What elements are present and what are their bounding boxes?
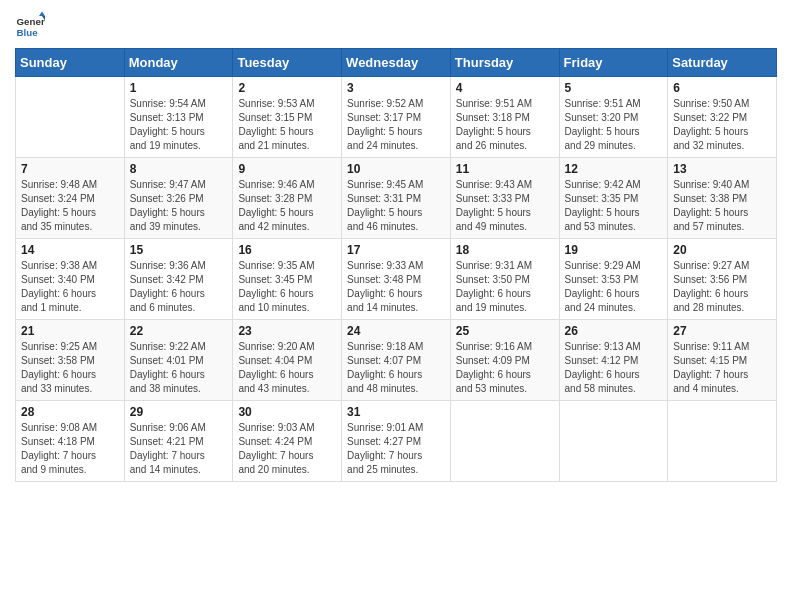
day-info: Sunrise: 9:45 AM Sunset: 3:31 PM Dayligh… <box>347 178 445 234</box>
calendar-cell <box>559 401 668 482</box>
day-info: Sunrise: 9:33 AM Sunset: 3:48 PM Dayligh… <box>347 259 445 315</box>
svg-text:Blue: Blue <box>17 27 39 38</box>
day-number: 3 <box>347 81 445 95</box>
day-info: Sunrise: 9:08 AM Sunset: 4:18 PM Dayligh… <box>21 421 119 477</box>
day-info: Sunrise: 9:29 AM Sunset: 3:53 PM Dayligh… <box>565 259 663 315</box>
day-info: Sunrise: 9:22 AM Sunset: 4:01 PM Dayligh… <box>130 340 228 396</box>
calendar-table: SundayMondayTuesdayWednesdayThursdayFrid… <box>15 48 777 482</box>
day-number: 24 <box>347 324 445 338</box>
day-number: 8 <box>130 162 228 176</box>
day-info: Sunrise: 9:50 AM Sunset: 3:22 PM Dayligh… <box>673 97 771 153</box>
calendar-header-saturday: Saturday <box>668 49 777 77</box>
day-number: 28 <box>21 405 119 419</box>
calendar-cell: 14Sunrise: 9:38 AM Sunset: 3:40 PM Dayli… <box>16 239 125 320</box>
day-info: Sunrise: 9:20 AM Sunset: 4:04 PM Dayligh… <box>238 340 336 396</box>
calendar-cell: 27Sunrise: 9:11 AM Sunset: 4:15 PM Dayli… <box>668 320 777 401</box>
day-info: Sunrise: 9:53 AM Sunset: 3:15 PM Dayligh… <box>238 97 336 153</box>
day-number: 15 <box>130 243 228 257</box>
day-info: Sunrise: 9:25 AM Sunset: 3:58 PM Dayligh… <box>21 340 119 396</box>
calendar-cell: 22Sunrise: 9:22 AM Sunset: 4:01 PM Dayli… <box>124 320 233 401</box>
day-info: Sunrise: 9:13 AM Sunset: 4:12 PM Dayligh… <box>565 340 663 396</box>
calendar-header-wednesday: Wednesday <box>342 49 451 77</box>
calendar-header-sunday: Sunday <box>16 49 125 77</box>
day-info: Sunrise: 9:16 AM Sunset: 4:09 PM Dayligh… <box>456 340 554 396</box>
calendar-header-row: SundayMondayTuesdayWednesdayThursdayFrid… <box>16 49 777 77</box>
calendar-cell <box>16 77 125 158</box>
day-number: 9 <box>238 162 336 176</box>
day-number: 27 <box>673 324 771 338</box>
day-info: Sunrise: 9:38 AM Sunset: 3:40 PM Dayligh… <box>21 259 119 315</box>
calendar-week-row: 21Sunrise: 9:25 AM Sunset: 3:58 PM Dayli… <box>16 320 777 401</box>
day-info: Sunrise: 9:40 AM Sunset: 3:38 PM Dayligh… <box>673 178 771 234</box>
calendar-week-row: 28Sunrise: 9:08 AM Sunset: 4:18 PM Dayli… <box>16 401 777 482</box>
day-info: Sunrise: 9:42 AM Sunset: 3:35 PM Dayligh… <box>565 178 663 234</box>
calendar-cell: 17Sunrise: 9:33 AM Sunset: 3:48 PM Dayli… <box>342 239 451 320</box>
logo: General Blue <box>15 10 45 40</box>
calendar-cell: 23Sunrise: 9:20 AM Sunset: 4:04 PM Dayli… <box>233 320 342 401</box>
day-number: 18 <box>456 243 554 257</box>
day-info: Sunrise: 9:51 AM Sunset: 3:20 PM Dayligh… <box>565 97 663 153</box>
calendar-cell: 30Sunrise: 9:03 AM Sunset: 4:24 PM Dayli… <box>233 401 342 482</box>
day-number: 10 <box>347 162 445 176</box>
logo-icon: General Blue <box>15 10 45 40</box>
day-info: Sunrise: 9:54 AM Sunset: 3:13 PM Dayligh… <box>130 97 228 153</box>
calendar-header-thursday: Thursday <box>450 49 559 77</box>
day-info: Sunrise: 9:46 AM Sunset: 3:28 PM Dayligh… <box>238 178 336 234</box>
day-number: 17 <box>347 243 445 257</box>
calendar-cell: 9Sunrise: 9:46 AM Sunset: 3:28 PM Daylig… <box>233 158 342 239</box>
calendar-cell: 7Sunrise: 9:48 AM Sunset: 3:24 PM Daylig… <box>16 158 125 239</box>
calendar-cell: 5Sunrise: 9:51 AM Sunset: 3:20 PM Daylig… <box>559 77 668 158</box>
day-number: 26 <box>565 324 663 338</box>
day-number: 29 <box>130 405 228 419</box>
calendar-cell: 2Sunrise: 9:53 AM Sunset: 3:15 PM Daylig… <box>233 77 342 158</box>
day-number: 13 <box>673 162 771 176</box>
day-info: Sunrise: 9:18 AM Sunset: 4:07 PM Dayligh… <box>347 340 445 396</box>
day-info: Sunrise: 9:03 AM Sunset: 4:24 PM Dayligh… <box>238 421 336 477</box>
day-info: Sunrise: 9:27 AM Sunset: 3:56 PM Dayligh… <box>673 259 771 315</box>
day-number: 1 <box>130 81 228 95</box>
day-number: 2 <box>238 81 336 95</box>
calendar-cell: 26Sunrise: 9:13 AM Sunset: 4:12 PM Dayli… <box>559 320 668 401</box>
day-number: 23 <box>238 324 336 338</box>
calendar-cell: 20Sunrise: 9:27 AM Sunset: 3:56 PM Dayli… <box>668 239 777 320</box>
calendar-cell: 18Sunrise: 9:31 AM Sunset: 3:50 PM Dayli… <box>450 239 559 320</box>
calendar-header-tuesday: Tuesday <box>233 49 342 77</box>
day-number: 25 <box>456 324 554 338</box>
calendar-cell: 10Sunrise: 9:45 AM Sunset: 3:31 PM Dayli… <box>342 158 451 239</box>
day-number: 20 <box>673 243 771 257</box>
day-info: Sunrise: 9:31 AM Sunset: 3:50 PM Dayligh… <box>456 259 554 315</box>
day-info: Sunrise: 9:06 AM Sunset: 4:21 PM Dayligh… <box>130 421 228 477</box>
day-number: 21 <box>21 324 119 338</box>
calendar-header-friday: Friday <box>559 49 668 77</box>
calendar-cell: 6Sunrise: 9:50 AM Sunset: 3:22 PM Daylig… <box>668 77 777 158</box>
calendar-cell: 25Sunrise: 9:16 AM Sunset: 4:09 PM Dayli… <box>450 320 559 401</box>
page-header: General Blue <box>15 10 777 40</box>
day-number: 19 <box>565 243 663 257</box>
calendar-cell: 1Sunrise: 9:54 AM Sunset: 3:13 PM Daylig… <box>124 77 233 158</box>
calendar-week-row: 1Sunrise: 9:54 AM Sunset: 3:13 PM Daylig… <box>16 77 777 158</box>
day-number: 30 <box>238 405 336 419</box>
day-number: 6 <box>673 81 771 95</box>
day-info: Sunrise: 9:52 AM Sunset: 3:17 PM Dayligh… <box>347 97 445 153</box>
day-info: Sunrise: 9:36 AM Sunset: 3:42 PM Dayligh… <box>130 259 228 315</box>
svg-text:General: General <box>17 16 46 27</box>
calendar-cell: 24Sunrise: 9:18 AM Sunset: 4:07 PM Dayli… <box>342 320 451 401</box>
day-number: 14 <box>21 243 119 257</box>
calendar-cell: 16Sunrise: 9:35 AM Sunset: 3:45 PM Dayli… <box>233 239 342 320</box>
calendar-week-row: 14Sunrise: 9:38 AM Sunset: 3:40 PM Dayli… <box>16 239 777 320</box>
calendar-cell: 29Sunrise: 9:06 AM Sunset: 4:21 PM Dayli… <box>124 401 233 482</box>
day-number: 16 <box>238 243 336 257</box>
day-info: Sunrise: 9:11 AM Sunset: 4:15 PM Dayligh… <box>673 340 771 396</box>
calendar-cell: 13Sunrise: 9:40 AM Sunset: 3:38 PM Dayli… <box>668 158 777 239</box>
day-number: 4 <box>456 81 554 95</box>
day-info: Sunrise: 9:51 AM Sunset: 3:18 PM Dayligh… <box>456 97 554 153</box>
calendar-cell: 3Sunrise: 9:52 AM Sunset: 3:17 PM Daylig… <box>342 77 451 158</box>
calendar-cell: 31Sunrise: 9:01 AM Sunset: 4:27 PM Dayli… <box>342 401 451 482</box>
day-number: 31 <box>347 405 445 419</box>
calendar-cell: 19Sunrise: 9:29 AM Sunset: 3:53 PM Dayli… <box>559 239 668 320</box>
day-number: 7 <box>21 162 119 176</box>
calendar-cell: 28Sunrise: 9:08 AM Sunset: 4:18 PM Dayli… <box>16 401 125 482</box>
calendar-cell: 12Sunrise: 9:42 AM Sunset: 3:35 PM Dayli… <box>559 158 668 239</box>
calendar-header-monday: Monday <box>124 49 233 77</box>
day-info: Sunrise: 9:35 AM Sunset: 3:45 PM Dayligh… <box>238 259 336 315</box>
